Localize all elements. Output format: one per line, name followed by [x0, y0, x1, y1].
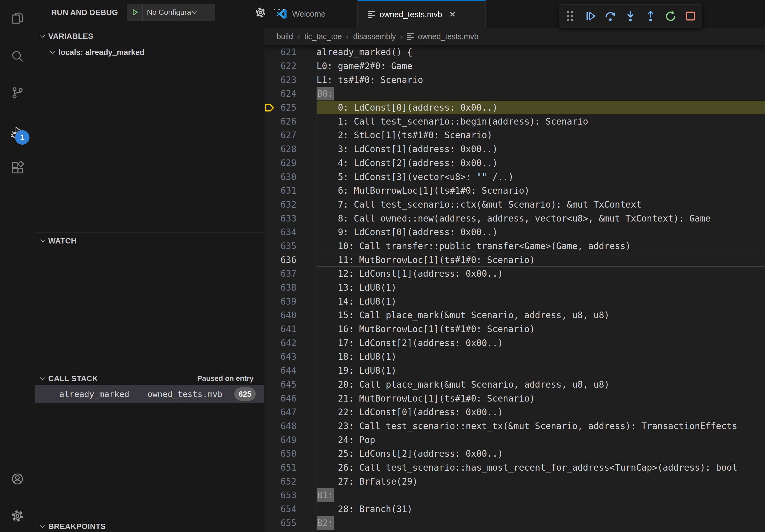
- breakpoint-gutter[interactable]: [264, 364, 275, 378]
- line-number[interactable]: 636: [275, 255, 297, 265]
- code-line[interactable]: 637 12: LdConst[1](address: 0x00..): [264, 267, 765, 281]
- code-line-text[interactable]: 26: Call test_scenario::has_most_recent_…: [317, 461, 765, 475]
- code-line-text[interactable]: 16: MutBorrowLoc[1](ts#1#0: Scenario): [317, 322, 765, 336]
- call-stack-section-header[interactable]: CALL STACK Paused on entry: [35, 371, 264, 386]
- code-line[interactable]: 655B2:: [264, 516, 765, 530]
- code-line[interactable]: 644 19: LdU8(1): [264, 364, 765, 378]
- breakpoint-gutter[interactable]: [264, 308, 275, 322]
- line-number[interactable]: 654: [275, 504, 297, 514]
- code-line[interactable]: 647 22: LdConst[0](address: 0x00..): [264, 405, 765, 419]
- line-number[interactable]: 632: [275, 199, 297, 210]
- breakpoint-gutter[interactable]: [264, 461, 275, 475]
- code-line-text[interactable]: 17: LdConst[2](address: 0x00..): [317, 336, 765, 350]
- code-line-text[interactable]: 20: Call place_mark(&mut Scenario, addre…: [317, 378, 765, 392]
- breakpoint-gutter[interactable]: [264, 447, 275, 461]
- breakpoint-gutter[interactable]: [264, 433, 275, 447]
- line-number[interactable]: 655: [275, 518, 297, 528]
- code-line-text[interactable]: 28: Branch(31): [317, 502, 765, 516]
- code-line[interactable]: 654 28: Branch(31): [264, 502, 765, 516]
- line-number[interactable]: 635: [275, 241, 297, 251]
- toolbar-drag-handle[interactable]: [562, 8, 579, 25]
- line-number[interactable]: 648: [275, 421, 297, 431]
- line-number[interactable]: 623: [275, 75, 297, 85]
- step-into-button[interactable]: [622, 8, 639, 25]
- breakpoint-gutter[interactable]: [264, 198, 275, 212]
- execution-pointer[interactable]: [264, 101, 275, 115]
- code-line-text[interactable]: 23: Call test_scenario::next_tx(&mut Sce…: [317, 419, 765, 433]
- breakpoint-gutter[interactable]: [264, 211, 275, 225]
- code-line[interactable]: 640 15: Call place_mark(&mut Scenario, a…: [264, 308, 765, 322]
- code-line[interactable]: 635 10: Call transfer::public_transfer<G…: [264, 239, 765, 253]
- code-line-text[interactable]: 4: LdConst[2](address: 0x00..): [317, 156, 765, 170]
- code-line[interactable]: 643 18: LdU8(1): [264, 350, 765, 364]
- run-and-debug-icon[interactable]: 1: [0, 114, 35, 151]
- breakpoint-gutter[interactable]: [264, 142, 275, 156]
- code-line-text[interactable]: 27: BrFalse(29): [317, 474, 765, 488]
- breakpoint-gutter[interactable]: [264, 488, 275, 502]
- breakpoint-gutter[interactable]: [264, 225, 275, 239]
- breakpoint-gutter[interactable]: [264, 267, 275, 281]
- code-line[interactable]: 634 9: LdConst[0](address: 0x00..): [264, 225, 765, 239]
- line-number[interactable]: 646: [275, 393, 297, 404]
- line-number[interactable]: 644: [275, 366, 297, 376]
- line-number[interactable]: 626: [275, 116, 297, 127]
- code-line-text[interactable]: 14: LdU8(1): [317, 294, 765, 308]
- code-line-text[interactable]: L0: game#2#0: Game: [317, 59, 765, 73]
- breakpoint-gutter[interactable]: [264, 336, 275, 350]
- code-line-text[interactable]: 3: LdConst[1](address: 0x00..): [317, 142, 765, 156]
- breakpoint-gutter[interactable]: [264, 239, 275, 253]
- line-number[interactable]: 628: [275, 144, 297, 154]
- breadcrumb-item[interactable]: tic_tac_toe: [304, 32, 342, 41]
- code-line[interactable]: 621already_marked() {: [264, 45, 765, 59]
- line-number[interactable]: 652: [275, 476, 297, 487]
- settings-gear-icon[interactable]: [0, 500, 35, 532]
- code-line[interactable]: 630 5: LdConst[3](vector<u8>: "" /..): [264, 170, 765, 184]
- code-line[interactable]: 648 23: Call test_scenario::next_tx(&mut…: [264, 419, 765, 433]
- code-line-text[interactable]: 13: LdU8(1): [317, 281, 765, 295]
- close-tab-icon[interactable]: ✕: [449, 10, 456, 19]
- line-number[interactable]: 627: [275, 130, 297, 140]
- code-line-text[interactable]: 15: Call place_mark(&mut Scenario, addre…: [317, 308, 765, 322]
- breakpoint-gutter[interactable]: [264, 184, 275, 198]
- breakpoint-gutter[interactable]: [264, 405, 275, 419]
- code-line[interactable]: 652 27: BrFalse(29): [264, 474, 765, 488]
- line-number[interactable]: 643: [275, 352, 297, 362]
- extensions-icon[interactable]: [0, 151, 35, 184]
- debug-config-dropdown[interactable]: No Configura: [127, 4, 215, 21]
- breakpoint-gutter[interactable]: [264, 474, 275, 488]
- code-line[interactable]: 642 17: LdConst[2](address: 0x00..): [264, 336, 765, 350]
- code-line[interactable]: 633 8: Call owned::new(address, address,…: [264, 211, 765, 225]
- code-line-text[interactable]: already_marked() {: [317, 45, 765, 59]
- code-line-text[interactable]: 22: LdConst[0](address: 0x00..): [317, 405, 765, 419]
- code-line-text[interactable]: 7: Call test_scenario::ctx(&mut Scenario…: [317, 198, 765, 212]
- step-over-button[interactable]: [602, 8, 619, 25]
- account-icon[interactable]: [0, 463, 35, 495]
- line-number[interactable]: 641: [275, 324, 297, 334]
- code-line-text[interactable]: 2: StLoc[1](ts#1#0: Scenario): [317, 128, 765, 142]
- call-stack-frame-row[interactable]: already_marked owned_tests.mvb 625: [35, 385, 264, 403]
- breakpoint-gutter[interactable]: [264, 294, 275, 308]
- code-line-text[interactable]: L1: ts#1#0: Scenario: [317, 73, 765, 87]
- line-number[interactable]: 624: [275, 89, 297, 99]
- breakpoint-gutter[interactable]: [264, 170, 275, 184]
- breakpoint-gutter[interactable]: [264, 128, 275, 142]
- code-line-text[interactable]: 1: Call test_scenario::begin(address): S…: [317, 115, 765, 128]
- stop-button[interactable]: [682, 8, 699, 25]
- code-line[interactable]: 650 25: LdConst[2](address: 0x00..): [264, 447, 765, 461]
- code-line-text[interactable]: 21: MutBorrowLoc[1](ts#1#0: Scenario): [317, 392, 765, 405]
- line-number[interactable]: 629: [275, 158, 297, 168]
- line-number[interactable]: 625: [275, 102, 297, 113]
- line-number[interactable]: 653: [275, 490, 297, 500]
- breadcrumb-item[interactable]: disassembly: [353, 32, 396, 41]
- line-number[interactable]: 645: [275, 379, 297, 390]
- search-icon[interactable]: [0, 40, 35, 72]
- breakpoint-gutter[interactable]: [264, 253, 275, 267]
- breakpoint-gutter[interactable]: [264, 281, 275, 295]
- code-line[interactable]: 628 3: LdConst[1](address: 0x00..): [264, 142, 765, 156]
- code-line-text[interactable]: 12: LdConst[1](address: 0x00..): [317, 267, 765, 281]
- breakpoint-gutter[interactable]: [264, 322, 275, 336]
- line-number[interactable]: 630: [275, 172, 297, 182]
- breakpoint-gutter[interactable]: [264, 115, 275, 128]
- code-line[interactable]: 646 21: MutBorrowLoc[1](ts#1#0: Scenario…: [264, 392, 765, 405]
- variables-locals-row[interactable]: locals: already_marked: [35, 45, 264, 60]
